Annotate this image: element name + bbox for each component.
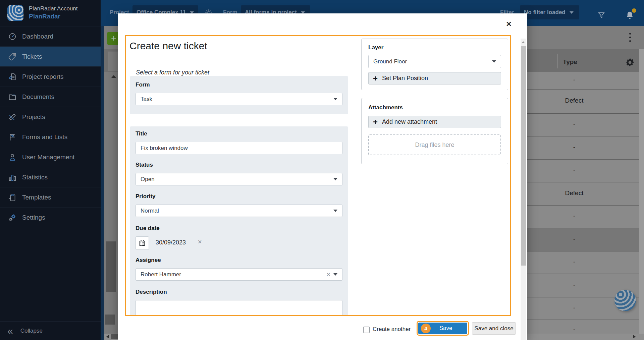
modal-title: Create new ticket	[129, 40, 207, 52]
clear-date-icon[interactable]: ✕	[198, 239, 202, 245]
type-cell-value: -	[527, 212, 621, 220]
create-another-checkbox[interactable]	[363, 327, 370, 333]
planradar-watermark-logo	[614, 290, 636, 311]
horizontal-scrollbar-right[interactable]	[527, 334, 644, 340]
modal-scrollbar-thumb[interactable]	[521, 46, 526, 266]
close-icon[interactable]: ✕	[503, 19, 514, 30]
page-vertical-scrollbar[interactable]	[639, 49, 644, 334]
filter-select[interactable]: No filter loaded	[520, 5, 579, 19]
sidebar-item-templates[interactable]: Templates	[0, 187, 101, 208]
table-header-checkbox-cell[interactable]	[108, 52, 118, 71]
planradar-logo	[7, 5, 23, 21]
form-select-value: Task	[141, 96, 331, 103]
sidebar-item-dashboard[interactable]: Dashboard	[0, 26, 101, 47]
sidebar: PlanRadar Account PlanRadar Dashboard Ti…	[0, 0, 101, 340]
sidebar-item-forms-and-lists[interactable]: Forms and Lists	[0, 127, 101, 147]
layer-select[interactable]: Ground Floor	[368, 55, 501, 68]
scroll-up-arrow-icon[interactable]	[522, 41, 525, 43]
calendar-button[interactable]	[136, 236, 149, 250]
folder-icon	[8, 93, 17, 101]
priority-field-label: Priority	[136, 193, 156, 200]
file-drop-zone[interactable]: Drag files here	[368, 134, 501, 155]
layer-select-value: Ground Floor	[373, 58, 489, 65]
title-field-label: Title	[136, 130, 147, 137]
due-date-value[interactable]: 30/09/2023	[156, 239, 186, 246]
table-row[interactable]: -	[527, 205, 639, 228]
table-row[interactable]: -	[527, 72, 639, 89]
chevron-down-icon	[492, 60, 496, 63]
table-row[interactable]: -	[527, 136, 639, 159]
modal-scrollbar[interactable]	[521, 39, 526, 340]
type-cell-value: -	[527, 76, 621, 83]
form-select-section: Form Task	[130, 76, 348, 114]
table-row[interactable]: -	[527, 113, 639, 136]
description-field-label: Description	[136, 289, 167, 295]
add-attachment-label: Add new attachment	[382, 118, 437, 125]
create-ticket-panel: Create new ticket Select a form for your…	[125, 35, 511, 316]
funnel-icon[interactable]	[597, 11, 606, 20]
assignee-select[interactable]: Robert Hammer ✕	[136, 268, 342, 281]
title-input[interactable]: Fix broken window	[136, 142, 342, 154]
save-and-close-button[interactable]: Save and close	[472, 322, 516, 335]
planradar-app: Project Office Complex 11 Form All forms…	[0, 0, 644, 340]
sidebar-item-project-reports[interactable]: Project reports	[0, 66, 101, 87]
drop-zone-text: Drag files here	[415, 141, 454, 149]
plus-icon: +	[373, 74, 378, 82]
sidebar-item-label: Forms and Lists	[22, 133, 67, 141]
vertical-scrollbar-thumb[interactable]	[106, 241, 116, 292]
type-cell-value: -	[527, 258, 621, 266]
sidebar-item-label: Dashboard	[22, 33, 53, 40]
dashboard-icon	[8, 32, 17, 41]
flag-icon	[8, 133, 17, 141]
tutorial-step-badge: 4	[421, 324, 431, 333]
horizontal-scrollbar-thumb[interactable]	[111, 334, 118, 339]
create-another-label: Create another	[373, 326, 411, 333]
scroll-left-arrow-icon[interactable]	[106, 335, 109, 338]
column-settings-gear-icon[interactable]	[625, 58, 635, 67]
sidebar-item-documents[interactable]: Documents	[0, 87, 101, 107]
type-cell-value: Defect	[527, 97, 621, 104]
sidebar-item-settings[interactable]: Settings	[0, 207, 101, 228]
sidebar-item-label: Settings	[22, 214, 45, 221]
scroll-right-arrow-icon[interactable]	[633, 335, 636, 338]
sidebar-collapse[interactable]: « Collapse	[0, 321, 101, 340]
set-plan-position-button[interactable]: + Set Plan Position	[368, 72, 501, 84]
bar-chart-icon	[8, 173, 17, 182]
sidebar-item-statistics[interactable]: Statistics	[0, 167, 101, 187]
type-cell-value: -	[527, 166, 621, 174]
table-row[interactable]: -	[527, 251, 639, 274]
table-row[interactable]: Defect	[527, 89, 639, 113]
scroll-up-arrow-icon[interactable]	[111, 75, 116, 78]
sidebar-item-projects[interactable]: Projects	[0, 107, 101, 127]
table-row[interactable]: -	[527, 228, 639, 251]
content-gutter	[101, 26, 104, 340]
filter-select-value: No filter loaded	[524, 9, 566, 16]
account-name[interactable]: PlanRadar	[29, 13, 60, 20]
collapse-label: Collapse	[20, 328, 43, 334]
sidebar-item-user-management[interactable]: User Management	[0, 147, 101, 167]
calendar-icon	[139, 239, 146, 247]
status-select[interactable]: Open	[136, 173, 342, 185]
sidebar-item-tickets[interactable]: Tickets	[0, 46, 101, 67]
status-field-label: Status	[136, 162, 153, 168]
table-toolbar-right	[527, 26, 644, 49]
sidebar-item-label: User Management	[22, 154, 74, 161]
chevron-down-icon	[333, 210, 337, 212]
type-column-header[interactable]: Type	[563, 58, 577, 66]
attachments-label: Attachments	[368, 104, 403, 111]
layer-label: Layer	[368, 44, 383, 51]
add-attachment-button[interactable]: + Add new attachment	[368, 116, 501, 128]
ticket-tag-icon	[8, 52, 17, 61]
user-icon	[8, 153, 17, 162]
clear-assignee-icon[interactable]: ✕	[326, 271, 331, 278]
vertical-scrollbar-end[interactable]	[105, 315, 115, 325]
description-textarea[interactable]	[136, 300, 342, 316]
ticket-fields-section: Title Fix broken window Status Open Prio…	[130, 126, 348, 315]
table-row[interactable]: -	[527, 159, 639, 182]
priority-select[interactable]: Normal	[136, 205, 342, 217]
save-button[interactable]: 4 Save	[418, 323, 467, 334]
table-row[interactable]: Defect	[527, 182, 639, 205]
form-select[interactable]: Task	[136, 93, 342, 105]
kebab-menu-icon[interactable]	[629, 33, 631, 44]
table-vertical-scrollbar[interactable]	[104, 72, 118, 334]
